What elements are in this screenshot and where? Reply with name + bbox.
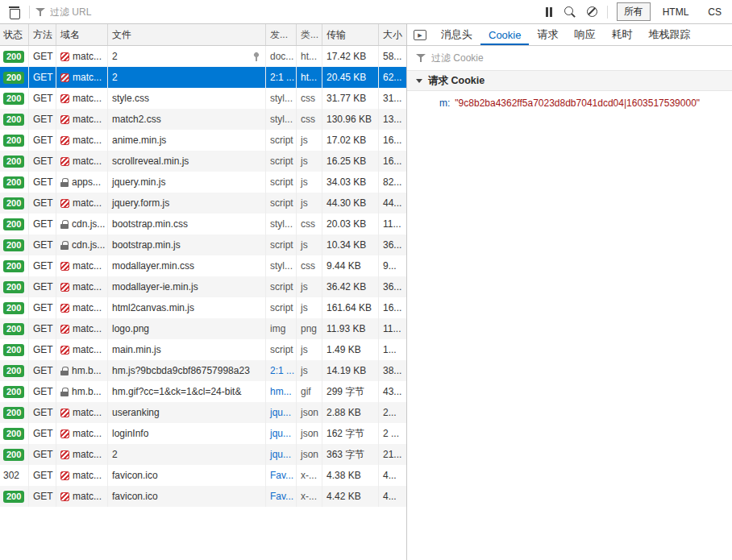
column-header-size[interactable]: 大小 bbox=[379, 24, 407, 45]
table-row[interactable]: 200GETmatc...logo.pngimgpng11.93 KB11... bbox=[0, 318, 406, 339]
type-filter-group: 所有HTMLCS bbox=[612, 2, 729, 21]
size-cell: 1... bbox=[379, 339, 406, 360]
column-header-domain[interactable]: 域名 bbox=[56, 24, 108, 45]
initiator-cell: script bbox=[266, 234, 297, 255]
initiator-cell[interactable]: hm... bbox=[266, 381, 297, 402]
type-cell: json bbox=[297, 444, 322, 465]
type-cell: png bbox=[297, 318, 322, 339]
table-row[interactable]: 200GETmatc...modallayer-ie.min.jsscriptj… bbox=[0, 276, 406, 297]
domain-cell: matc... bbox=[56, 109, 108, 130]
initiator-cell[interactable]: jqu... bbox=[266, 444, 297, 465]
table-row[interactable]: 200GETmatc...modallayer.min.cssstyl...cs… bbox=[0, 255, 406, 276]
tab-timing[interactable]: 耗时 bbox=[603, 24, 640, 45]
request-cookies-section-header[interactable]: 请求 Cookie bbox=[407, 70, 732, 91]
initiator-cell: doc... bbox=[266, 46, 297, 67]
method-cell: GET bbox=[29, 318, 56, 339]
size-cell: 16... bbox=[379, 297, 406, 318]
status-cell: 200 bbox=[0, 214, 29, 234]
status-cell: 200 bbox=[0, 381, 29, 402]
table-row[interactable]: 200GETmatc...favicon.icoFav...x-...4.42 … bbox=[0, 486, 406, 507]
tab-request[interactable]: 请求 bbox=[529, 24, 566, 45]
table-row[interactable]: 200GETapps...jquery.min.jsscriptjs34.03 … bbox=[0, 172, 406, 193]
status-cell: 200 bbox=[0, 360, 29, 381]
initiator-cell[interactable]: Fav... bbox=[266, 486, 297, 507]
table-row[interactable]: 200GETmatc...html2canvas.min.jsscriptjs1… bbox=[0, 297, 406, 318]
network-toolbar: 所有HTMLCS bbox=[0, 0, 732, 24]
transferred-cell: 11.93 KB bbox=[322, 318, 379, 339]
file-cell: scrollreveal.min.js bbox=[108, 151, 266, 172]
file-name: bootstrap.min.js bbox=[112, 239, 181, 251]
table-row[interactable]: 200GETmatc...anime.min.jsscriptjs17.02 K… bbox=[0, 130, 406, 151]
tab-stack-trace[interactable]: 堆栈跟踪 bbox=[640, 24, 698, 45]
column-header-transferred[interactable]: 传输 bbox=[322, 24, 379, 45]
table-row[interactable]: 200GETmatc...scrollreveal.min.jsscriptjs… bbox=[0, 151, 406, 172]
size-cell: 38... bbox=[379, 360, 406, 381]
table-row[interactable]: 200GETmatc...loginInfojqu...json162 字节2 … bbox=[0, 423, 406, 444]
tab-cookie[interactable]: Cookie bbox=[480, 24, 529, 45]
file-name: logo.png bbox=[112, 323, 149, 334]
table-row[interactable]: 200GETmatc...main.min.jsscriptjs1.49 KB1… bbox=[0, 339, 406, 360]
table-row[interactable]: 200GETmatc...match2.cssstyl...css130.96 … bbox=[0, 109, 406, 130]
tab-headers[interactable]: 消息头 bbox=[433, 24, 480, 45]
search-button[interactable] bbox=[559, 3, 581, 21]
initiator-cell: script bbox=[266, 151, 297, 172]
table-row[interactable]: 302GETmatc...favicon.icoFav...x-...4.38 … bbox=[0, 465, 406, 486]
domain-cell: cdn.js... bbox=[56, 234, 108, 255]
cookie-filter-input[interactable] bbox=[431, 52, 544, 64]
domain-text: apps... bbox=[72, 176, 101, 188]
table-row[interactable]: 200GETcdn.js...bootstrap.min.jsscriptjs1… bbox=[0, 234, 406, 255]
size-cell: 2 ... bbox=[379, 423, 406, 444]
initiator-cell[interactable]: jqu... bbox=[266, 402, 297, 423]
type-filter-html[interactable]: HTML bbox=[655, 4, 697, 20]
tab-response[interactable]: 响应 bbox=[566, 24, 603, 45]
size-cell: 36... bbox=[379, 234, 406, 255]
file-cell: jquery.min.js bbox=[108, 172, 266, 193]
domain-cell: matc... bbox=[56, 46, 108, 67]
table-row[interactable]: 200GETmatc...style.cssstyl...css31.77 KB… bbox=[0, 88, 406, 109]
status-cell: 200 bbox=[0, 255, 29, 276]
column-header-status[interactable]: 状态 bbox=[0, 24, 29, 45]
column-header-file[interactable]: 文件 bbox=[108, 24, 266, 45]
clear-requests-button[interactable] bbox=[3, 3, 25, 21]
size-cell: 13... bbox=[379, 109, 406, 130]
funnel-icon bbox=[416, 53, 426, 63]
initiator-cell[interactable]: jqu... bbox=[266, 423, 297, 444]
column-header-type[interactable]: 类... bbox=[297, 24, 322, 45]
table-row[interactable]: 200GETmatc...2doc...ht...17.42 KB58... bbox=[0, 46, 406, 67]
domain-cell: apps... bbox=[56, 172, 108, 193]
table-row[interactable]: 200GETmatc...22:1 ...ht...20.45 KB62... bbox=[0, 67, 406, 88]
transferred-cell: 4.42 KB bbox=[322, 486, 379, 507]
status-badge: 200 bbox=[3, 135, 24, 147]
blocked-tracker-icon bbox=[60, 94, 69, 103]
table-row[interactable]: 200GETmatc...userankingjqu...json2.88 KB… bbox=[0, 402, 406, 423]
domain-text: matc... bbox=[73, 93, 102, 104]
initiator-cell[interactable]: Fav... bbox=[266, 465, 297, 486]
pause-recording-button[interactable] bbox=[539, 4, 559, 20]
table-row[interactable]: 200GETmatc...jquery.form.jsscriptjs44.30… bbox=[0, 193, 406, 214]
initiator-cell[interactable]: 2:1 ... bbox=[266, 67, 297, 88]
method-cell: GET bbox=[29, 130, 56, 151]
file-cell: jquery.form.js bbox=[108, 193, 266, 214]
initiator-cell[interactable]: 2:1 ... bbox=[266, 360, 297, 381]
status-badge: 200 bbox=[3, 449, 24, 461]
size-cell: 4... bbox=[379, 486, 406, 507]
type-filter-css[interactable]: CS bbox=[701, 4, 729, 20]
tab-preview[interactable] bbox=[407, 24, 433, 45]
initiator-cell: img bbox=[266, 318, 297, 339]
size-cell: 11... bbox=[379, 318, 406, 339]
column-header-initiator[interactable]: 发... bbox=[266, 24, 297, 45]
table-row[interactable]: 200GEThm.b...hm.js?9bcbda9cbf86757998a23… bbox=[0, 360, 406, 381]
file-name: useranking bbox=[112, 407, 160, 418]
status-badge: 200 bbox=[3, 239, 24, 251]
type-filter-all[interactable]: 所有 bbox=[617, 2, 651, 21]
type-cell: css bbox=[297, 88, 322, 109]
table-row[interactable]: 200GEThm.b...hm.gif?cc=1&ck=1&cl=24-bit&… bbox=[0, 381, 406, 402]
table-row[interactable]: 200GETcdn.js...bootstrap.min.cssstyl...c… bbox=[0, 214, 406, 234]
url-filter-input[interactable] bbox=[50, 6, 139, 18]
domain-cell: matc... bbox=[56, 193, 108, 214]
transferred-cell: 1.49 KB bbox=[322, 339, 379, 360]
column-header-method[interactable]: 方法 bbox=[29, 24, 56, 45]
initiator-cell: styl... bbox=[266, 88, 297, 109]
block-requests-button[interactable] bbox=[581, 3, 603, 20]
table-row[interactable]: 200GETmatc...2jqu...json363 字节21... bbox=[0, 444, 406, 465]
